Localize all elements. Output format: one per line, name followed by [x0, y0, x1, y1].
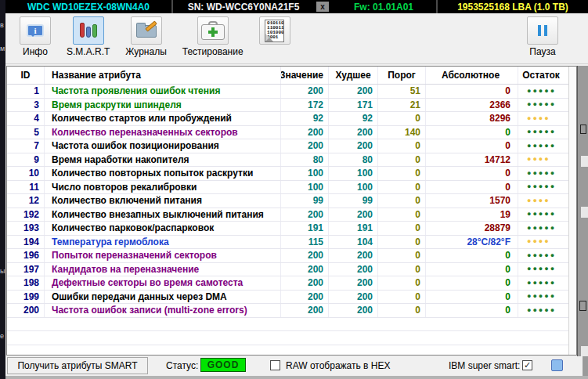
attr-remainder-dots: ●●●●● — [518, 291, 568, 304]
toolbar-button-journals[interactable]: Журналы — [125, 16, 166, 57]
attr-worst: 200 — [329, 263, 378, 276]
attr-threshold: 0 — [378, 167, 426, 180]
status-label: Статус: — [166, 360, 198, 371]
attr-worst: 200 — [329, 139, 378, 153]
attr-threshold: 21 — [378, 99, 426, 112]
desktop-edge-letter: м — [0, 45, 5, 52]
attr-worst: 171 — [329, 99, 378, 112]
attr-value: 191 — [281, 222, 329, 235]
column-id[interactable]: ID — [7, 67, 45, 84]
table-row[interactable]: 197Кандидатов на переназначение20020000●… — [7, 263, 576, 277]
attr-id: 197 — [7, 263, 45, 276]
column-name[interactable]: Название атрибута — [45, 67, 281, 84]
attr-worst: 80 — [329, 153, 378, 167]
desktop-edge-letter: в — [0, 21, 4, 29]
attr-id: 4 — [7, 112, 45, 125]
drive-model: WDC WD10EZEX-08WN4A0 — [5, 0, 171, 13]
toolbar-button-smart[interactable]: S.M.A.R.T — [67, 16, 110, 57]
attr-remainder-dots: ●●●●● — [518, 167, 568, 180]
attr-worst: 99 — [329, 194, 378, 208]
table-row[interactable]: 12Количество включений питания999901570●… — [7, 194, 576, 208]
attr-threshold: 0 — [378, 139, 426, 153]
toolbar-button-editor[interactable]: 010110 110011 101000 0001 — [259, 16, 290, 46]
attr-absolute: 0 — [426, 181, 518, 194]
attr-value: 200 — [281, 126, 329, 139]
table-row[interactable]: 1Частота проявления ошибок чтения2002005… — [7, 85, 576, 99]
toolbar-label: S.M.A.R.T — [67, 46, 110, 57]
editor-button-box[interactable]: 010110 110011 101000 0001 — [259, 16, 290, 45]
close-icon[interactable]: x — [316, 2, 329, 12]
attr-absolute: 0 — [426, 126, 518, 139]
pause-button-box[interactable] — [527, 16, 558, 45]
attr-value: 200 — [281, 304, 329, 317]
attr-name: Количество переназначенных секторов — [45, 126, 281, 139]
attr-worst: 104 — [329, 236, 378, 249]
attr-remainder-dots: ●●●●● — [518, 222, 568, 235]
table-row[interactable]: 9Время наработки накопителя8080014712●●●… — [7, 153, 576, 168]
table-row[interactable]: 199Ошибки передачи данных через DMA20020… — [7, 291, 576, 305]
attr-remainder-dots: ●●●● — [518, 236, 568, 249]
column-worst[interactable]: Худшее — [329, 67, 378, 84]
table-row[interactable]: 4Количество стартов или пробуждений92920… — [7, 112, 576, 126]
info-button-box[interactable]: i — [20, 16, 51, 45]
attr-threshold: 140 — [378, 126, 426, 139]
pause-icon — [538, 25, 547, 36]
testing-button-box[interactable] — [197, 16, 229, 45]
table-row[interactable]: 198Дефектные секторы во время самотеста2… — [7, 276, 576, 291]
attr-id: 9 — [7, 153, 45, 167]
first-aid-kit-icon — [201, 21, 225, 40]
table-row[interactable]: 7Частота ошибок позиционирования20020000… — [7, 139, 576, 153]
column-value[interactable]: Значение — [281, 67, 329, 84]
attr-absolute: 1570 — [426, 194, 518, 208]
background-artifact — [580, 125, 586, 134]
table-row[interactable]: 11Число повторов рекалибровки10010000●●●… — [7, 181, 576, 195]
ibm-super-smart-checkbox[interactable]: ✓ — [522, 360, 532, 370]
attr-value: 115 — [281, 236, 329, 249]
attr-name: Количество парковок/распарковок — [45, 222, 281, 235]
attr-remainder-dots: ●●●●● — [518, 99, 568, 112]
attr-remainder-dots: ●●●● — [518, 153, 568, 167]
vertical-scrollbar[interactable] — [568, 67, 576, 355]
table-row[interactable]: 194Температура гермоблока115104028°C/82°… — [7, 236, 576, 250]
attr-id: 193 — [7, 222, 45, 235]
attr-name: Количество повторных попыток раскрутки — [45, 167, 281, 180]
attr-id: 196 — [7, 249, 45, 262]
table-row[interactable]: 3Время раскрутки шпинделя172171212366●●●… — [7, 99, 576, 113]
attr-value: 200 — [281, 263, 329, 276]
table-row[interactable]: 192Количество внезапных выключений питан… — [7, 208, 576, 222]
journals-button-box[interactable] — [131, 16, 162, 45]
attr-name: Количество внезапных выключений питания — [45, 208, 281, 222]
table-row[interactable]: 200Частота ошибок записи (multi-zone err… — [7, 304, 576, 318]
get-smart-attributes-button[interactable]: Получить атрибуты SMART — [7, 357, 148, 374]
attr-id: 194 — [7, 236, 45, 249]
column-absolute[interactable]: Абсолютное — [426, 67, 518, 84]
table-header-row: IDНазвание атрибутаЗначениеХудшееПорогАб… — [7, 67, 576, 85]
attr-worst: 200 — [329, 291, 378, 304]
attr-threshold: 0 — [378, 194, 426, 208]
attr-id: 3 — [7, 99, 45, 112]
smart-button-box[interactable] — [73, 16, 104, 45]
attr-value: 200 — [281, 291, 329, 304]
attr-absolute: 0 — [426, 167, 518, 180]
attr-name: Кандидатов на переназначение — [45, 263, 281, 276]
background-artifact — [581, 346, 588, 356]
attr-threshold: 0 — [378, 249, 426, 262]
toolbar-label: Инфо — [23, 46, 48, 57]
column-threshold[interactable]: Порог — [378, 67, 426, 84]
table-row[interactable]: 10Количество повторных попыток раскрутки… — [7, 167, 576, 181]
toolbar-button-testing[interactable]: Тестирование — [182, 16, 243, 57]
table-row[interactable]: 5Количество переназначенных секторов2002… — [7, 126, 576, 140]
attr-name: Дефектные секторы во время самотеста — [45, 276, 281, 290]
binary-document-icon: 010110 110011 101000 0001 — [265, 20, 284, 42]
ibm-super-smart-label: IBM super smart: — [449, 360, 520, 371]
toolbar-button-pause[interactable]: Пауза — [527, 16, 558, 57]
info-icon: i — [27, 24, 44, 37]
attr-name: Время раскрутки шпинделя — [45, 99, 281, 112]
column-remainder[interactable]: Остаток — [518, 67, 568, 84]
attr-remainder-dots: ●●●●● — [518, 249, 568, 262]
table-row[interactable]: 196Попыток переназначений секторов200200… — [7, 249, 576, 263]
toolbar-button-info[interactable]: i Инфо — [20, 16, 51, 57]
table-row[interactable]: 193Количество парковок/распарковок191191… — [7, 222, 576, 236]
attr-absolute: 0 — [426, 249, 518, 262]
raw-hex-checkbox[interactable] — [270, 360, 280, 370]
